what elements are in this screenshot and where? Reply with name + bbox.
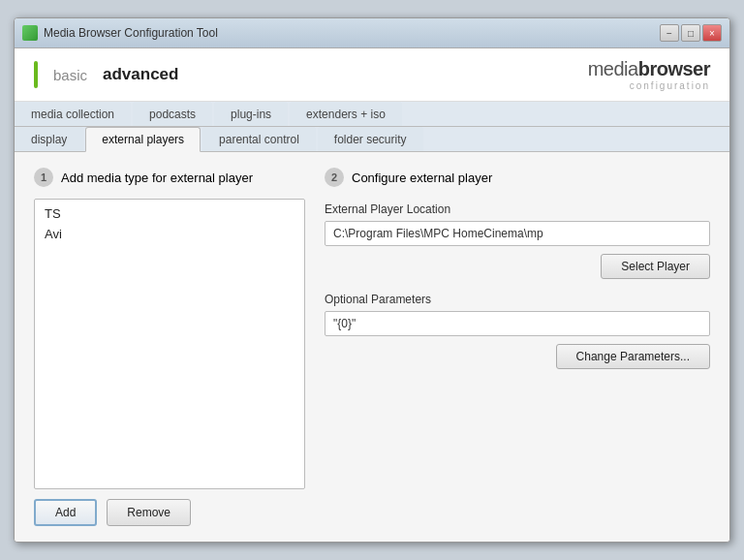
select-player-row: Select Player [325,254,710,279]
tab-parental-control[interactable]: parental control [202,127,316,151]
titlebar-left: Media Browser Configuration Tool [22,25,218,41]
list-buttons: Add Remove [34,499,305,526]
tab-extenders-iso[interactable]: extenders + iso [290,102,402,126]
step1-badge: 1 [34,168,53,187]
logo-browser: browser [638,58,710,79]
step1-label: Add media type for external player [61,171,253,185]
location-label: External Player Location [325,202,710,216]
main-layout: 1 Add media type for external player TS … [34,168,710,526]
tabs-row2: display external players parental contro… [15,127,729,152]
logo-sub: configuration [588,80,710,91]
tab-folder-security[interactable]: folder security [318,127,423,151]
logo-media: media [588,58,638,79]
tabs-row1: media collection podcasts plug-ins exten… [15,102,729,127]
left-panel: 1 Add media type for external player TS … [34,168,305,526]
tab-plug-ins[interactable]: plug-ins [214,102,288,126]
tab-media-collection[interactable]: media collection [15,102,131,126]
optional-params-label: Optional Parameters [325,293,710,306]
step1-title: 1 Add media type for external player [34,168,305,187]
tab-display[interactable]: display [15,127,83,151]
titlebar: Media Browser Configuration Tool − □ × [15,18,729,48]
step2-badge: 2 [325,168,344,187]
advanced-label[interactable]: advanced [103,65,178,84]
step2-label: Configure external player [352,171,492,185]
tab-external-players[interactable]: external players [85,127,201,152]
basic-label[interactable]: basic [53,67,87,83]
change-params-row: Change Parameters... [325,344,710,369]
app-icon [22,25,38,41]
titlebar-buttons: − □ × [660,24,722,42]
header-nav: basic advanced [34,61,178,88]
select-player-button[interactable]: Select Player [601,254,710,279]
maximize-button[interactable]: □ [681,24,700,42]
add-button[interactable]: Add [34,499,97,526]
change-parameters-button[interactable]: Change Parameters... [556,344,710,369]
list-item[interactable]: Avi [39,224,300,244]
minimize-button[interactable]: − [660,24,679,42]
list-item[interactable]: TS [39,203,300,224]
remove-button[interactable]: Remove [107,499,191,526]
step2-title: 2 Configure external player [325,168,710,187]
logo: mediabrowser configuration [588,58,710,91]
header: basic advanced mediabrowser configuratio… [15,48,729,102]
right-panel: 2 Configure external player External Pla… [325,168,710,526]
app-window: Media Browser Configuration Tool − □ × b… [14,17,730,543]
window-title: Media Browser Configuration Tool [44,26,218,40]
optional-params-input[interactable] [325,311,710,336]
logo-text: mediabrowser [588,58,710,79]
close-button[interactable]: × [702,24,722,42]
media-type-list[interactable]: TS Avi [34,199,305,489]
content-area: 1 Add media type for external player TS … [15,152,729,542]
tab-podcasts[interactable]: podcasts [133,102,212,126]
header-divider [34,61,38,88]
location-input[interactable] [325,221,710,246]
